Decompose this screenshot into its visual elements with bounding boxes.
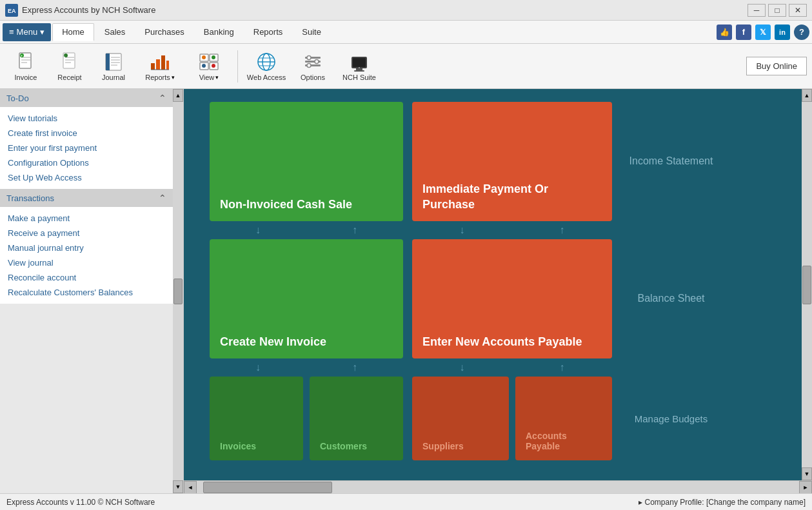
tab-sales[interactable]: Sales [95, 23, 135, 41]
non-invoiced-tile[interactable]: Non-Invoiced Cash Sale [210, 102, 403, 221]
nchsuite-button[interactable]: NCH Suite [336, 46, 382, 86]
tab-home[interactable]: Home [52, 23, 94, 41]
enter-accounts-payable-tile[interactable]: Enter New Accounts Payable [412, 239, 612, 358]
svg-rect-16 [106, 54, 110, 70]
suppliers-tile[interactable]: Suppliers [412, 377, 509, 460]
invoice-button[interactable]: + Invoice [5, 46, 46, 86]
facebook-icon[interactable]: f [736, 25, 751, 40]
journal-button[interactable]: Journal [93, 46, 134, 86]
hscroll-thumb[interactable] [203, 482, 332, 493]
dash-scroll-thumb-y[interactable] [802, 266, 811, 304]
sidebar-link-recalculate[interactable]: Recalculate Customers' Balances [8, 285, 165, 300]
sidebar-link-config[interactable]: Configuration Options [8, 155, 165, 170]
sidebar-link-manual-journal[interactable]: Manual journal entry [8, 240, 165, 255]
sidebar-link-receive-payment[interactable]: Receive a payment [8, 226, 165, 240]
income-statement-tile[interactable]: Income Statement [621, 102, 721, 221]
receipt-button[interactable]: ↓ Receipt [49, 46, 90, 86]
immediate-payment-label: Immediate Payment Or Purchase [422, 182, 602, 212]
linkedin-icon[interactable]: in [775, 25, 790, 40]
nchsuite-icon [349, 52, 370, 72]
sidebar-link-webaccess[interactable]: Set Up Web Access [8, 170, 165, 185]
create-invoice-label: Create New Invoice [220, 335, 326, 349]
view-dropdown-icon: ▾ [215, 74, 219, 81]
arrows2-col1: ↓ ↑ [210, 362, 403, 373]
tab-banking[interactable]: Banking [195, 23, 243, 41]
menu-dropdown-icon: ▾ [40, 27, 45, 37]
accounts-payable-tile[interactable]: Accounts Payable [515, 377, 612, 460]
enter-accounts-payable-label: Enter New Accounts Payable [422, 335, 582, 349]
sidebar: To-Do ⌃ View tutorials Create first invo… [0, 89, 184, 493]
webaccess-button[interactable]: Web Access [243, 46, 290, 86]
sidebar-scroll-thumb[interactable] [173, 279, 183, 304]
svg-point-44 [315, 59, 319, 63]
sidebar-link-view-tutorials[interactable]: View tutorials [8, 111, 165, 126]
dash-scroll-up-btn[interactable]: ▲ [802, 89, 812, 102]
todo-section-header[interactable]: To-Do ⌃ [0, 89, 173, 107]
svg-point-50 [359, 67, 360, 68]
dashboard-scrollbar-y[interactable]: ▲ ▼ [802, 89, 812, 480]
tab-suite[interactable]: Suite [293, 23, 330, 41]
balance-sheet-tile[interactable]: Balance Sheet [621, 239, 721, 358]
invoice-icon: + [15, 52, 36, 72]
tab-reports[interactable]: Reports [244, 23, 292, 41]
minimize-button[interactable]: ─ [748, 4, 766, 17]
window-title: Express Accounts by NCH Software [22, 5, 748, 15]
sidebar-scroll-down-btn[interactable]: ▼ [173, 480, 183, 493]
sidebar-scroll-up-btn[interactable]: ▲ [173, 89, 183, 102]
accounts-payable-label: Accounts Payable [526, 431, 602, 451]
title-bar: EA Express Accounts by NCH Software ─ □ … [0, 0, 812, 21]
tab-purchases[interactable]: Purchases [135, 23, 193, 41]
options-icon [302, 52, 323, 72]
sidebar-link-view-journal[interactable]: View journal [8, 255, 165, 270]
todo-collapse-icon[interactable]: ⌃ [159, 93, 166, 103]
sidebar-link-create-invoice[interactable]: Create first invoice [8, 126, 165, 141]
svg-point-30 [202, 55, 206, 59]
journal-icon [103, 52, 124, 72]
menu-button[interactable]: ≡ Menu ▾ [3, 23, 51, 41]
arrows-col1: ↓ ↑ [210, 224, 403, 236]
close-button[interactable]: ✕ [789, 4, 807, 17]
options-button[interactable]: Options [292, 46, 333, 86]
svg-text:+: + [21, 54, 23, 57]
svg-rect-23 [161, 55, 165, 70]
manage-budgets-tile[interactable]: Manage Budgets [621, 377, 721, 460]
arrow-up-3: ↑ [352, 362, 357, 373]
arrow-down-1: ↓ [255, 224, 261, 236]
transactions-section-header[interactable]: Transactions ⌃ [0, 189, 173, 207]
toolbar-sep-1 [237, 50, 238, 83]
reports-button[interactable]: Reports ▾ [137, 46, 183, 86]
immediate-payment-tile[interactable]: Immediate Payment Or Purchase [412, 102, 612, 221]
view-button[interactable]: View ▾ [186, 46, 232, 86]
row-arrows-1: ↓ ↑ ↓ ↑ [210, 221, 782, 239]
reports-label: Reports [145, 74, 170, 81]
svg-point-45 [307, 63, 311, 67]
invoices-label: Invoices [220, 441, 256, 451]
svg-point-32 [202, 64, 206, 68]
create-invoice-tile[interactable]: Create New Invoice [210, 239, 403, 358]
customers-tile[interactable]: Customers [310, 377, 403, 460]
buy-online-button[interactable]: Buy Online [746, 57, 807, 75]
twitter-icon[interactable]: 𝕏 [755, 25, 771, 40]
svg-point-43 [307, 55, 311, 59]
app-icon: EA [5, 4, 18, 17]
help-icon[interactable]: ? [794, 25, 809, 40]
sidebar-link-make-payment[interactable]: Make a payment [8, 211, 165, 226]
svg-rect-24 [166, 61, 169, 70]
receipt-label: Receipt [57, 74, 81, 81]
invoices-tile[interactable]: Invoices [210, 377, 303, 460]
svg-rect-22 [156, 59, 160, 70]
hscroll-left-btn[interactable]: ◄ [184, 481, 197, 494]
sidebar-scrollbar[interactable]: ▲ ▼ [173, 89, 183, 493]
dashboard-row2: Create New Invoice Enter New Accounts Pa… [210, 239, 782, 358]
svg-rect-21 [151, 63, 155, 70]
todo-title: To-Do [6, 93, 29, 103]
sidebar-link-reconcile[interactable]: Reconcile account [8, 270, 165, 285]
dash-scroll-down-btn[interactable]: ▼ [802, 467, 812, 480]
journal-label: Journal [102, 74, 125, 81]
hscroll-right-btn[interactable]: ► [799, 481, 812, 494]
arrow-down-3: ↓ [255, 362, 261, 373]
thumbsup-icon[interactable]: 👍 [717, 25, 732, 40]
sidebar-link-first-payment[interactable]: Enter your first payment [8, 141, 165, 155]
transactions-collapse-icon[interactable]: ⌃ [159, 193, 166, 203]
maximize-button[interactable]: □ [768, 4, 786, 17]
